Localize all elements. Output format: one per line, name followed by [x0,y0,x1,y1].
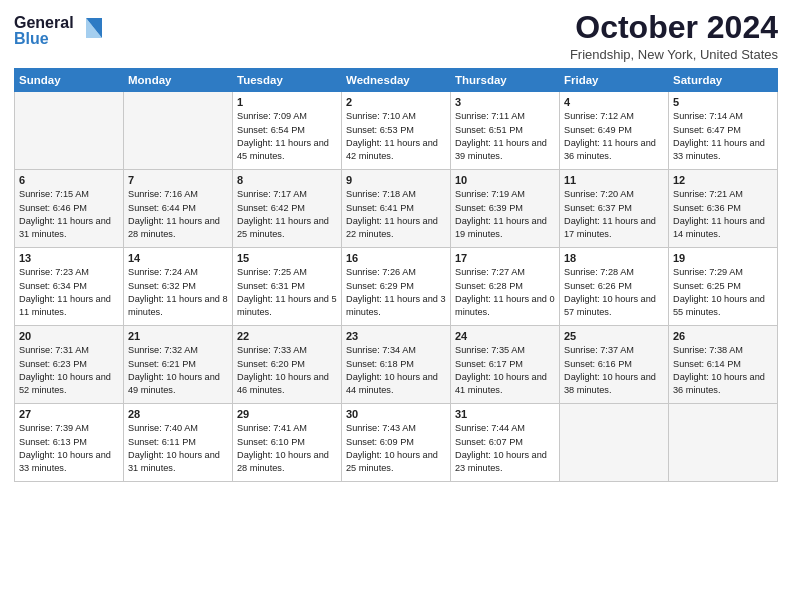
header-tuesday: Tuesday [233,69,342,92]
day-number: 15 [237,252,337,264]
day-info: Sunrise: 7:35 AMSunset: 6:17 PMDaylight:… [455,344,555,397]
header-saturday: Saturday [669,69,778,92]
day-info: Sunrise: 7:39 AMSunset: 6:13 PMDaylight:… [19,422,119,475]
header-sunday: Sunday [15,69,124,92]
calendar-cell [669,404,778,482]
day-number: 20 [19,330,119,342]
calendar-table: Sunday Monday Tuesday Wednesday Thursday… [14,68,778,482]
day-info: Sunrise: 7:10 AMSunset: 6:53 PMDaylight:… [346,110,446,163]
day-number: 23 [346,330,446,342]
day-number: 14 [128,252,228,264]
day-number: 6 [19,174,119,186]
day-number: 19 [673,252,773,264]
header-monday: Monday [124,69,233,92]
calendar-cell: 7Sunrise: 7:16 AMSunset: 6:44 PMDaylight… [124,170,233,248]
day-info: Sunrise: 7:19 AMSunset: 6:39 PMDaylight:… [455,188,555,241]
calendar-cell: 4Sunrise: 7:12 AMSunset: 6:49 PMDaylight… [560,92,669,170]
svg-text:Blue: Blue [14,30,49,47]
calendar-row-1: 1Sunrise: 7:09 AMSunset: 6:54 PMDaylight… [15,92,778,170]
month-title: October 2024 [570,10,778,45]
day-info: Sunrise: 7:26 AMSunset: 6:29 PMDaylight:… [346,266,446,319]
day-info: Sunrise: 7:44 AMSunset: 6:07 PMDaylight:… [455,422,555,475]
calendar-body: 1Sunrise: 7:09 AMSunset: 6:54 PMDaylight… [15,92,778,482]
calendar-cell: 14Sunrise: 7:24 AMSunset: 6:32 PMDayligh… [124,248,233,326]
day-info: Sunrise: 7:32 AMSunset: 6:21 PMDaylight:… [128,344,228,397]
day-info: Sunrise: 7:09 AMSunset: 6:54 PMDaylight:… [237,110,337,163]
calendar-cell: 30Sunrise: 7:43 AMSunset: 6:09 PMDayligh… [342,404,451,482]
calendar-cell: 18Sunrise: 7:28 AMSunset: 6:26 PMDayligh… [560,248,669,326]
calendar-cell: 26Sunrise: 7:38 AMSunset: 6:14 PMDayligh… [669,326,778,404]
day-info: Sunrise: 7:25 AMSunset: 6:31 PMDaylight:… [237,266,337,319]
day-info: Sunrise: 7:11 AMSunset: 6:51 PMDaylight:… [455,110,555,163]
day-number: 13 [19,252,119,264]
day-number: 1 [237,96,337,108]
calendar-cell: 25Sunrise: 7:37 AMSunset: 6:16 PMDayligh… [560,326,669,404]
day-number: 18 [564,252,664,264]
calendar-cell: 6Sunrise: 7:15 AMSunset: 6:46 PMDaylight… [15,170,124,248]
day-info: Sunrise: 7:43 AMSunset: 6:09 PMDaylight:… [346,422,446,475]
day-info: Sunrise: 7:34 AMSunset: 6:18 PMDaylight:… [346,344,446,397]
day-number: 16 [346,252,446,264]
day-number: 22 [237,330,337,342]
calendar-cell: 15Sunrise: 7:25 AMSunset: 6:31 PMDayligh… [233,248,342,326]
calendar-cell: 21Sunrise: 7:32 AMSunset: 6:21 PMDayligh… [124,326,233,404]
day-info: Sunrise: 7:18 AMSunset: 6:41 PMDaylight:… [346,188,446,241]
calendar-cell: 27Sunrise: 7:39 AMSunset: 6:13 PMDayligh… [15,404,124,482]
day-number: 27 [19,408,119,420]
header-thursday: Thursday [451,69,560,92]
day-number: 26 [673,330,773,342]
day-info: Sunrise: 7:14 AMSunset: 6:47 PMDaylight:… [673,110,773,163]
logo: General Blue [14,10,104,52]
calendar-cell: 11Sunrise: 7:20 AMSunset: 6:37 PMDayligh… [560,170,669,248]
day-number: 12 [673,174,773,186]
day-number: 29 [237,408,337,420]
calendar-row-3: 13Sunrise: 7:23 AMSunset: 6:34 PMDayligh… [15,248,778,326]
calendar-cell: 31Sunrise: 7:44 AMSunset: 6:07 PMDayligh… [451,404,560,482]
day-info: Sunrise: 7:21 AMSunset: 6:36 PMDaylight:… [673,188,773,241]
calendar-cell: 23Sunrise: 7:34 AMSunset: 6:18 PMDayligh… [342,326,451,404]
calendar-cell: 20Sunrise: 7:31 AMSunset: 6:23 PMDayligh… [15,326,124,404]
day-info: Sunrise: 7:17 AMSunset: 6:42 PMDaylight:… [237,188,337,241]
calendar-cell: 3Sunrise: 7:11 AMSunset: 6:51 PMDaylight… [451,92,560,170]
header-friday: Friday [560,69,669,92]
calendar-cell: 5Sunrise: 7:14 AMSunset: 6:47 PMDaylight… [669,92,778,170]
day-number: 8 [237,174,337,186]
day-info: Sunrise: 7:23 AMSunset: 6:34 PMDaylight:… [19,266,119,319]
calendar-cell: 17Sunrise: 7:27 AMSunset: 6:28 PMDayligh… [451,248,560,326]
day-info: Sunrise: 7:29 AMSunset: 6:25 PMDaylight:… [673,266,773,319]
calendar-page: General Blue October 2024 Friendship, Ne… [0,0,792,490]
day-number: 25 [564,330,664,342]
day-info: Sunrise: 7:40 AMSunset: 6:11 PMDaylight:… [128,422,228,475]
calendar-cell: 9Sunrise: 7:18 AMSunset: 6:41 PMDaylight… [342,170,451,248]
day-info: Sunrise: 7:27 AMSunset: 6:28 PMDaylight:… [455,266,555,319]
day-info: Sunrise: 7:20 AMSunset: 6:37 PMDaylight:… [564,188,664,241]
calendar-cell: 1Sunrise: 7:09 AMSunset: 6:54 PMDaylight… [233,92,342,170]
logo-svg: General Blue [14,10,104,52]
day-info: Sunrise: 7:28 AMSunset: 6:26 PMDaylight:… [564,266,664,319]
day-number: 4 [564,96,664,108]
calendar-header: Sunday Monday Tuesday Wednesday Thursday… [15,69,778,92]
day-info: Sunrise: 7:37 AMSunset: 6:16 PMDaylight:… [564,344,664,397]
calendar-cell: 13Sunrise: 7:23 AMSunset: 6:34 PMDayligh… [15,248,124,326]
calendar-row-2: 6Sunrise: 7:15 AMSunset: 6:46 PMDaylight… [15,170,778,248]
title-block: October 2024 Friendship, New York, Unite… [570,10,778,62]
day-number: 28 [128,408,228,420]
day-info: Sunrise: 7:16 AMSunset: 6:44 PMDaylight:… [128,188,228,241]
day-number: 2 [346,96,446,108]
day-number: 5 [673,96,773,108]
day-number: 11 [564,174,664,186]
header-wednesday: Wednesday [342,69,451,92]
day-info: Sunrise: 7:33 AMSunset: 6:20 PMDaylight:… [237,344,337,397]
calendar-cell: 24Sunrise: 7:35 AMSunset: 6:17 PMDayligh… [451,326,560,404]
day-number: 17 [455,252,555,264]
day-number: 9 [346,174,446,186]
day-info: Sunrise: 7:31 AMSunset: 6:23 PMDaylight:… [19,344,119,397]
day-info: Sunrise: 7:12 AMSunset: 6:49 PMDaylight:… [564,110,664,163]
calendar-row-5: 27Sunrise: 7:39 AMSunset: 6:13 PMDayligh… [15,404,778,482]
calendar-cell: 19Sunrise: 7:29 AMSunset: 6:25 PMDayligh… [669,248,778,326]
day-info: Sunrise: 7:38 AMSunset: 6:14 PMDaylight:… [673,344,773,397]
calendar-cell: 10Sunrise: 7:19 AMSunset: 6:39 PMDayligh… [451,170,560,248]
calendar-cell: 2Sunrise: 7:10 AMSunset: 6:53 PMDaylight… [342,92,451,170]
header: General Blue October 2024 Friendship, Ne… [14,10,778,62]
calendar-cell: 16Sunrise: 7:26 AMSunset: 6:29 PMDayligh… [342,248,451,326]
